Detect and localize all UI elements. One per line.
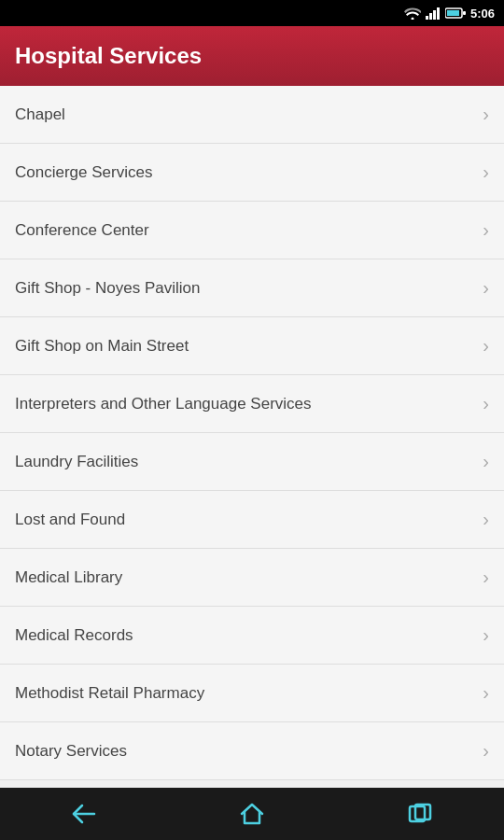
app-header: Hospital Services bbox=[0, 26, 504, 86]
chevron-icon: › bbox=[483, 161, 489, 183]
list-item[interactable]: Methodist Retail Pharmacy › bbox=[0, 665, 504, 722]
back-icon bbox=[71, 804, 97, 824]
svg-rect-3 bbox=[437, 7, 440, 20]
signal-icon bbox=[426, 7, 441, 20]
list-item-label: Lost and Found bbox=[15, 511, 125, 529]
chevron-icon: › bbox=[483, 219, 489, 241]
list-item[interactable]: Gift Shop - Noyes Pavilion › bbox=[0, 259, 504, 317]
status-icons: 5:06 bbox=[404, 7, 495, 21]
list-item-label: Medical Library bbox=[15, 568, 122, 587]
chevron-icon: › bbox=[483, 104, 489, 125]
list-item-label: Concierge Services bbox=[15, 163, 152, 182]
chevron-icon: › bbox=[483, 451, 489, 472]
status-bar: 5:06 bbox=[0, 0, 504, 26]
list-item[interactable]: Conference Center › bbox=[0, 202, 504, 259]
back-button[interactable] bbox=[56, 795, 112, 833]
list-item-label: Medical Records bbox=[15, 626, 133, 645]
status-time: 5:06 bbox=[470, 7, 495, 21]
home-icon bbox=[240, 803, 264, 825]
wifi-icon bbox=[404, 7, 421, 20]
svg-rect-2 bbox=[433, 10, 436, 20]
list-item[interactable]: Medical Records › bbox=[0, 607, 504, 665]
list-item[interactable]: Interpreters and Other Language Services… bbox=[0, 375, 504, 433]
list-item[interactable]: Gift Shop on Main Street › bbox=[0, 317, 504, 375]
list-item-label: Conference Center bbox=[15, 221, 149, 240]
list-item-label: Laundry Facilities bbox=[15, 453, 138, 471]
chevron-icon: › bbox=[483, 740, 489, 762]
list-item[interactable]: Medical Library › bbox=[0, 549, 504, 607]
chevron-icon: › bbox=[483, 277, 489, 299]
chevron-icon: › bbox=[483, 624, 489, 646]
battery-icon bbox=[445, 7, 466, 19]
chevron-icon: › bbox=[483, 335, 489, 357]
list-item-label: Methodist Retail Pharmacy bbox=[15, 684, 204, 703]
svg-rect-6 bbox=[463, 11, 466, 15]
list-item-label: Chapel bbox=[15, 105, 65, 124]
list-item-label: Interpreters and Other Language Services bbox=[15, 395, 312, 413]
list-item[interactable]: Chapel › bbox=[0, 86, 504, 144]
chevron-icon: › bbox=[483, 509, 489, 530]
svg-rect-5 bbox=[447, 10, 459, 16]
list-item-label: Notary Services bbox=[15, 742, 127, 761]
list-item[interactable]: Lost and Found › bbox=[0, 491, 504, 549]
home-button[interactable] bbox=[224, 795, 280, 833]
list-item[interactable]: Laundry Facilities › bbox=[0, 433, 504, 491]
list-item[interactable]: Notary Services › bbox=[0, 722, 504, 780]
list-item-label: Gift Shop - Noyes Pavilion bbox=[15, 279, 200, 298]
recent-icon bbox=[408, 803, 432, 825]
page-title: Hospital Services bbox=[15, 43, 202, 68]
services-list: Chapel › Concierge Services › Conference… bbox=[0, 86, 504, 788]
nav-bar bbox=[0, 788, 504, 840]
svg-rect-0 bbox=[426, 16, 428, 20]
list-item-label: Gift Shop on Main Street bbox=[15, 337, 189, 356]
chevron-icon: › bbox=[483, 567, 489, 588]
svg-rect-1 bbox=[429, 13, 432, 20]
chevron-icon: › bbox=[483, 393, 489, 414]
recent-button[interactable] bbox=[392, 795, 448, 833]
list-item[interactable]: Concierge Services › bbox=[0, 144, 504, 202]
chevron-icon: › bbox=[483, 682, 489, 704]
